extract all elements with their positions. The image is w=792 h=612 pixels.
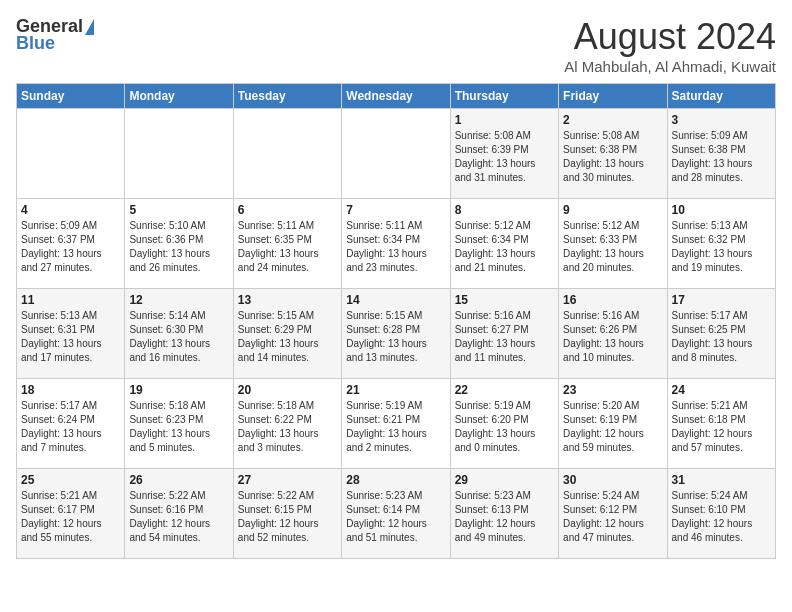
day-number: 9 (563, 203, 662, 217)
day-number: 6 (238, 203, 337, 217)
calendar-cell: 20Sunrise: 5:18 AM Sunset: 6:22 PM Dayli… (233, 379, 341, 469)
calendar-cell: 18Sunrise: 5:17 AM Sunset: 6:24 PM Dayli… (17, 379, 125, 469)
cell-info: Sunrise: 5:21 AM Sunset: 6:18 PM Dayligh… (672, 399, 771, 455)
day-number: 22 (455, 383, 554, 397)
cell-info: Sunrise: 5:19 AM Sunset: 6:20 PM Dayligh… (455, 399, 554, 455)
day-header-wednesday: Wednesday (342, 84, 450, 109)
cell-info: Sunrise: 5:11 AM Sunset: 6:34 PM Dayligh… (346, 219, 445, 275)
cell-info: Sunrise: 5:16 AM Sunset: 6:27 PM Dayligh… (455, 309, 554, 365)
calendar-cell: 1Sunrise: 5:08 AM Sunset: 6:39 PM Daylig… (450, 109, 558, 199)
cell-info: Sunrise: 5:09 AM Sunset: 6:38 PM Dayligh… (672, 129, 771, 185)
calendar-cell (17, 109, 125, 199)
day-number: 25 (21, 473, 120, 487)
cell-info: Sunrise: 5:20 AM Sunset: 6:19 PM Dayligh… (563, 399, 662, 455)
day-header-monday: Monday (125, 84, 233, 109)
calendar-cell: 29Sunrise: 5:23 AM Sunset: 6:13 PM Dayli… (450, 469, 558, 559)
day-number: 7 (346, 203, 445, 217)
day-header-thursday: Thursday (450, 84, 558, 109)
cell-info: Sunrise: 5:18 AM Sunset: 6:22 PM Dayligh… (238, 399, 337, 455)
cell-info: Sunrise: 5:08 AM Sunset: 6:39 PM Dayligh… (455, 129, 554, 185)
calendar-cell: 24Sunrise: 5:21 AM Sunset: 6:18 PM Dayli… (667, 379, 775, 469)
month-year-title: August 2024 (564, 16, 776, 58)
calendar-cell: 6Sunrise: 5:11 AM Sunset: 6:35 PM Daylig… (233, 199, 341, 289)
day-number: 27 (238, 473, 337, 487)
logo-blue-text: Blue (16, 33, 55, 54)
day-number: 17 (672, 293, 771, 307)
title-section: August 2024 Al Mahbulah, Al Ahmadi, Kuwa… (564, 16, 776, 75)
calendar-cell: 25Sunrise: 5:21 AM Sunset: 6:17 PM Dayli… (17, 469, 125, 559)
cell-info: Sunrise: 5:12 AM Sunset: 6:34 PM Dayligh… (455, 219, 554, 275)
calendar-cell: 22Sunrise: 5:19 AM Sunset: 6:20 PM Dayli… (450, 379, 558, 469)
day-number: 10 (672, 203, 771, 217)
cell-info: Sunrise: 5:24 AM Sunset: 6:12 PM Dayligh… (563, 489, 662, 545)
day-number: 11 (21, 293, 120, 307)
calendar-cell: 12Sunrise: 5:14 AM Sunset: 6:30 PM Dayli… (125, 289, 233, 379)
calendar-cell: 2Sunrise: 5:08 AM Sunset: 6:38 PM Daylig… (559, 109, 667, 199)
cell-info: Sunrise: 5:23 AM Sunset: 6:14 PM Dayligh… (346, 489, 445, 545)
day-number: 18 (21, 383, 120, 397)
calendar-cell: 30Sunrise: 5:24 AM Sunset: 6:12 PM Dayli… (559, 469, 667, 559)
day-number: 21 (346, 383, 445, 397)
calendar-cell: 8Sunrise: 5:12 AM Sunset: 6:34 PM Daylig… (450, 199, 558, 289)
calendar-cell: 17Sunrise: 5:17 AM Sunset: 6:25 PM Dayli… (667, 289, 775, 379)
calendar-cell: 26Sunrise: 5:22 AM Sunset: 6:16 PM Dayli… (125, 469, 233, 559)
logo-triangle-icon (85, 19, 94, 35)
logo: General Blue (16, 16, 94, 54)
day-header-friday: Friday (559, 84, 667, 109)
calendar-cell (125, 109, 233, 199)
calendar-cell: 21Sunrise: 5:19 AM Sunset: 6:21 PM Dayli… (342, 379, 450, 469)
day-number: 29 (455, 473, 554, 487)
cell-info: Sunrise: 5:19 AM Sunset: 6:21 PM Dayligh… (346, 399, 445, 455)
cell-info: Sunrise: 5:11 AM Sunset: 6:35 PM Dayligh… (238, 219, 337, 275)
day-number: 23 (563, 383, 662, 397)
cell-info: Sunrise: 5:18 AM Sunset: 6:23 PM Dayligh… (129, 399, 228, 455)
cell-info: Sunrise: 5:16 AM Sunset: 6:26 PM Dayligh… (563, 309, 662, 365)
cell-info: Sunrise: 5:13 AM Sunset: 6:31 PM Dayligh… (21, 309, 120, 365)
day-number: 3 (672, 113, 771, 127)
week-row-4: 18Sunrise: 5:17 AM Sunset: 6:24 PM Dayli… (17, 379, 776, 469)
calendar-cell: 5Sunrise: 5:10 AM Sunset: 6:36 PM Daylig… (125, 199, 233, 289)
calendar-cell: 13Sunrise: 5:15 AM Sunset: 6:29 PM Dayli… (233, 289, 341, 379)
calendar-cell: 31Sunrise: 5:24 AM Sunset: 6:10 PM Dayli… (667, 469, 775, 559)
week-row-2: 4Sunrise: 5:09 AM Sunset: 6:37 PM Daylig… (17, 199, 776, 289)
day-header-tuesday: Tuesday (233, 84, 341, 109)
cell-info: Sunrise: 5:14 AM Sunset: 6:30 PM Dayligh… (129, 309, 228, 365)
week-row-5: 25Sunrise: 5:21 AM Sunset: 6:17 PM Dayli… (17, 469, 776, 559)
location-text: Al Mahbulah, Al Ahmadi, Kuwait (564, 58, 776, 75)
calendar-cell: 3Sunrise: 5:09 AM Sunset: 6:38 PM Daylig… (667, 109, 775, 199)
day-number: 24 (672, 383, 771, 397)
day-number: 16 (563, 293, 662, 307)
day-number: 13 (238, 293, 337, 307)
day-number: 30 (563, 473, 662, 487)
day-number: 31 (672, 473, 771, 487)
cell-info: Sunrise: 5:24 AM Sunset: 6:10 PM Dayligh… (672, 489, 771, 545)
cell-info: Sunrise: 5:09 AM Sunset: 6:37 PM Dayligh… (21, 219, 120, 275)
day-number: 20 (238, 383, 337, 397)
cell-info: Sunrise: 5:12 AM Sunset: 6:33 PM Dayligh… (563, 219, 662, 275)
cell-info: Sunrise: 5:15 AM Sunset: 6:28 PM Dayligh… (346, 309, 445, 365)
day-number: 28 (346, 473, 445, 487)
day-number: 2 (563, 113, 662, 127)
calendar-cell (342, 109, 450, 199)
day-number: 8 (455, 203, 554, 217)
calendar-cell: 7Sunrise: 5:11 AM Sunset: 6:34 PM Daylig… (342, 199, 450, 289)
cell-info: Sunrise: 5:17 AM Sunset: 6:24 PM Dayligh… (21, 399, 120, 455)
day-header-row: SundayMondayTuesdayWednesdayThursdayFrid… (17, 84, 776, 109)
calendar-cell: 19Sunrise: 5:18 AM Sunset: 6:23 PM Dayli… (125, 379, 233, 469)
calendar-cell: 27Sunrise: 5:22 AM Sunset: 6:15 PM Dayli… (233, 469, 341, 559)
cell-info: Sunrise: 5:15 AM Sunset: 6:29 PM Dayligh… (238, 309, 337, 365)
week-row-1: 1Sunrise: 5:08 AM Sunset: 6:39 PM Daylig… (17, 109, 776, 199)
calendar-cell: 4Sunrise: 5:09 AM Sunset: 6:37 PM Daylig… (17, 199, 125, 289)
cell-info: Sunrise: 5:22 AM Sunset: 6:16 PM Dayligh… (129, 489, 228, 545)
day-number: 19 (129, 383, 228, 397)
calendar-cell: 11Sunrise: 5:13 AM Sunset: 6:31 PM Dayli… (17, 289, 125, 379)
calendar-table: SundayMondayTuesdayWednesdayThursdayFrid… (16, 83, 776, 559)
calendar-cell (233, 109, 341, 199)
calendar-cell: 28Sunrise: 5:23 AM Sunset: 6:14 PM Dayli… (342, 469, 450, 559)
calendar-cell: 14Sunrise: 5:15 AM Sunset: 6:28 PM Dayli… (342, 289, 450, 379)
calendar-cell: 10Sunrise: 5:13 AM Sunset: 6:32 PM Dayli… (667, 199, 775, 289)
day-header-sunday: Sunday (17, 84, 125, 109)
calendar-cell: 15Sunrise: 5:16 AM Sunset: 6:27 PM Dayli… (450, 289, 558, 379)
calendar-cell: 16Sunrise: 5:16 AM Sunset: 6:26 PM Dayli… (559, 289, 667, 379)
day-number: 1 (455, 113, 554, 127)
